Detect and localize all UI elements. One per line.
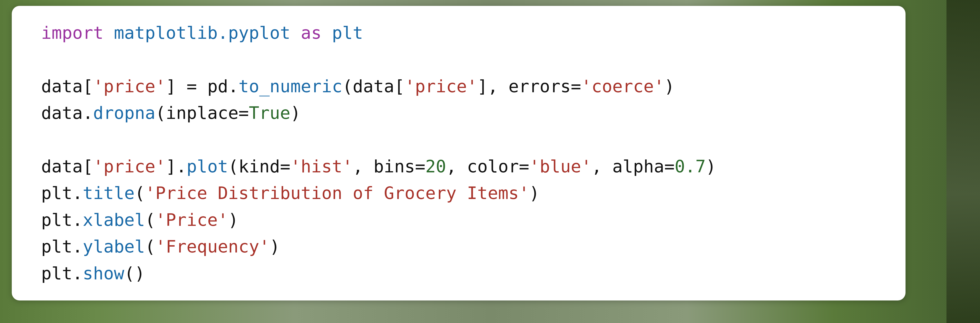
keyword-import: import — [41, 23, 103, 43]
string-literal: 'Price Distribution of Grocery Items' — [145, 183, 529, 203]
background-strip — [947, 0, 980, 323]
identifier: plt — [41, 236, 72, 256]
function-name: to_numeric — [239, 76, 342, 97]
kwarg-name: color — [467, 156, 519, 176]
method-name: show — [83, 263, 124, 283]
method-name: plot — [186, 156, 228, 176]
method-name: xlabel — [83, 210, 145, 230]
code-content: import matplotlib.pyplot as plt data['pr… — [41, 20, 894, 287]
identifier: data — [353, 76, 394, 97]
boolean-literal: True — [249, 103, 291, 123]
identifier: data — [41, 76, 83, 97]
alias-name: plt — [332, 23, 363, 43]
kwarg-name: alpha — [612, 156, 664, 176]
identifier: data — [41, 156, 83, 176]
keyword-as: as — [301, 23, 321, 43]
number-literal: 0.7 — [675, 156, 706, 176]
identifier: data — [41, 103, 83, 123]
method-name: ylabel — [83, 236, 145, 256]
identifier: plt — [41, 183, 72, 203]
identifier: pd — [207, 76, 228, 97]
number-literal: 20 — [425, 156, 446, 176]
kwarg-name: inplace — [166, 103, 239, 123]
string-literal: 'hist' — [291, 156, 353, 176]
method-name: dropna — [93, 103, 156, 123]
string-literal: 'price' — [93, 156, 166, 176]
module-name: matplotlib.pyplot — [114, 23, 291, 43]
string-literal: 'Frequency' — [156, 236, 270, 256]
identifier: plt — [41, 210, 72, 230]
string-literal: 'coerce' — [581, 76, 664, 97]
kwarg-name: kind — [239, 156, 280, 176]
identifier: plt — [41, 263, 72, 283]
kwarg-name: bins — [373, 156, 415, 176]
string-literal: 'price' — [404, 76, 477, 97]
string-literal: 'blue' — [529, 156, 592, 176]
code-block-card: import matplotlib.pyplot as plt data['pr… — [12, 6, 905, 301]
kwarg-name: errors — [508, 76, 571, 97]
method-name: title — [83, 183, 135, 203]
string-literal: 'price' — [93, 76, 166, 97]
operator: = — [176, 76, 207, 97]
string-literal: 'Price' — [156, 210, 228, 230]
